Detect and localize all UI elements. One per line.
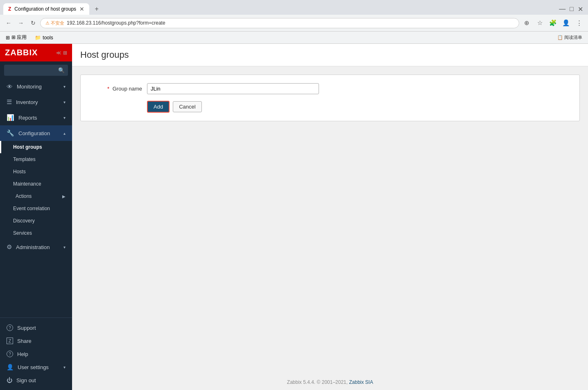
browser-chrome: Z Configuration of host groups ✕ + — □ ✕… — [0, 0, 588, 44]
reading-list-button[interactable]: 📋 阅读清单 — [555, 34, 585, 41]
search-icon: 🔍 — [58, 67, 65, 73]
tab-bar: Z Configuration of host groups ✕ + — □ ✕ — [0, 0, 588, 15]
actions-arrow: ▶ — [62, 194, 66, 199]
tab-favicon: Z — [8, 6, 11, 12]
minimize-button[interactable]: — — [557, 4, 567, 14]
configuration-icon: 🔧 — [7, 129, 14, 137]
host-groups-label: Host groups — [13, 144, 42, 150]
sidebar-item-share[interactable]: Z Share — [0, 334, 72, 347]
sidebar-item-sign-out[interactable]: ⏻ Sign out — [0, 374, 72, 387]
sidebar-item-event-correlation[interactable]: Event correlation — [0, 202, 72, 215]
search-input[interactable] — [7, 68, 56, 73]
menu-button[interactable]: ⋮ — [573, 17, 585, 29]
tab-title: Configuration of host groups — [14, 6, 76, 12]
sidebar-item-actions[interactable]: Actions ▶ — [0, 190, 72, 202]
administration-icon: ⚙ — [7, 243, 12, 251]
monitoring-arrow: ▾ — [63, 84, 66, 89]
address-bar[interactable]: ⚠ 不安全 192.168.23.116/hostgroups.php?form… — [40, 18, 519, 28]
sign-out-icon: ⏻ — [7, 377, 12, 383]
footer-text: Zabbix 5.4.4. © 2001–2021, — [287, 379, 348, 385]
grid-icon[interactable]: ⊞ — [63, 50, 67, 56]
monitoring-icon: 👁 — [7, 83, 13, 90]
security-warning: ⚠ 不安全 — [45, 20, 64, 26]
required-star: * — [107, 86, 109, 92]
app-container: ZABBIX ≪ ⊞ 🔍 👁 Monitoring ▾ ☰ Inventory — [0, 44, 588, 390]
nav-section: 👁 Monitoring ▾ ☰ Inventory ▾ 📊 Reports ▾… — [0, 79, 72, 317]
close-button[interactable]: ✕ — [576, 4, 585, 15]
new-tab-button[interactable]: + — [91, 3, 102, 15]
sidebar-item-help[interactable]: ? Help — [0, 347, 72, 361]
apps-label: ⊞ 应用 — [11, 34, 27, 41]
sign-out-label: Sign out — [16, 377, 36, 383]
reading-list-icon: 📋 — [557, 35, 563, 40]
page-footer: Zabbix 5.4.4. © 2001–2021, Zabbix SIA — [72, 374, 588, 390]
apps-icon: ⊞ — [6, 35, 10, 41]
tools-folder-bookmark[interactable]: 📁 tools — [32, 34, 55, 41]
profile-button[interactable]: 👤 — [560, 17, 572, 29]
browser-action-buttons: ⊕ ☆ 🧩 👤 ⋮ — [521, 17, 585, 29]
content-area: * Group name Add Cancel — [72, 66, 588, 374]
extensions-button[interactable]: 🧩 — [547, 17, 559, 29]
support-icon: ? — [7, 324, 13, 331]
sidebar-bottom: ? Support Z Share ? Help 👤 User settings… — [0, 317, 72, 390]
sidebar-item-inventory[interactable]: ☰ Inventory ▾ — [0, 94, 72, 110]
sidebar-item-label: Inventory — [16, 99, 38, 105]
page-title: Host groups — [80, 50, 580, 60]
maximize-button[interactable]: □ — [568, 4, 575, 14]
reports-arrow: ▾ — [63, 116, 66, 120]
sidebar-item-user-settings[interactable]: 👤 User settings ▾ — [0, 361, 72, 374]
sidebar-item-support[interactable]: ? Support — [0, 321, 72, 334]
sidebar-item-configuration[interactable]: 🔧 Configuration ▴ — [0, 125, 72, 141]
window-controls: — □ ✕ — [557, 4, 585, 15]
help-icon: ? — [7, 351, 13, 357]
inventory-arrow: ▾ — [63, 100, 66, 104]
sidebar-item-administration[interactable]: ⚙ Administration ▾ — [0, 239, 72, 255]
sidebar-item-monitoring[interactable]: 👁 Monitoring ▾ — [0, 79, 72, 94]
url-text: 192.168.23.116/hostgroups.php?form=creat… — [67, 20, 165, 26]
sidebar-item-label: Administration — [16, 244, 50, 250]
share-icon: Z — [7, 338, 13, 344]
back-button[interactable]: ← — [3, 18, 14, 28]
group-name-row: * Group name — [93, 83, 567, 94]
apps-bookmark[interactable]: ⊞ ⊞ 应用 — [3, 33, 29, 42]
sidebar-item-host-groups[interactable]: Host groups — [0, 141, 72, 153]
share-label: Share — [17, 338, 32, 344]
maintenance-label: Maintenance — [13, 181, 41, 187]
sidebar-item-hosts[interactable]: Hosts — [0, 166, 72, 178]
search-box[interactable]: 🔍 — [4, 65, 68, 76]
reports-icon: 📊 — [7, 114, 14, 121]
user-settings-icon: 👤 — [7, 364, 14, 370]
collapse-icon[interactable]: ≪ — [56, 50, 61, 56]
sidebar-item-reports[interactable]: 📊 Reports ▾ — [0, 110, 72, 125]
active-tab[interactable]: Z Configuration of host groups ✕ — [3, 3, 89, 15]
sidebar-item-label: Reports — [18, 115, 37, 121]
main-content: Host groups * Group name Add Cancel Zabb… — [72, 44, 588, 390]
group-name-input[interactable] — [147, 83, 319, 94]
discovery-label: Discovery — [13, 218, 35, 224]
support-label: Support — [17, 325, 36, 331]
group-name-label: * Group name — [93, 86, 142, 92]
sidebar-item-services[interactable]: Services — [0, 227, 72, 239]
bookmark-button[interactable]: ☆ — [534, 17, 545, 29]
logo-text: ZABBIX — [5, 48, 38, 57]
translate-button[interactable]: ⊕ — [521, 17, 532, 29]
forward-button[interactable]: → — [16, 18, 26, 28]
sidebar-item-discovery[interactable]: Discovery — [0, 215, 72, 227]
add-button[interactable]: Add — [147, 101, 170, 113]
tab-close-button[interactable]: ✕ — [79, 6, 84, 12]
configuration-arrow: ▴ — [63, 131, 66, 136]
sidebar-item-templates[interactable]: Templates — [0, 153, 72, 166]
bookmarks-bar: ⊞ ⊞ 应用 📁 tools 📋 阅读清单 — [0, 32, 588, 44]
cancel-button[interactable]: Cancel — [173, 101, 201, 112]
services-label: Services — [13, 230, 32, 236]
reload-button[interactable]: ↻ — [28, 18, 38, 28]
user-settings-label: User settings — [18, 364, 49, 370]
footer-link[interactable]: Zabbix SIA — [349, 379, 373, 385]
sidebar-item-maintenance[interactable]: Maintenance — [0, 178, 72, 190]
event-correlation-label: Event correlation — [13, 206, 50, 211]
logo-controls: ≪ ⊞ — [56, 50, 67, 56]
help-label: Help — [17, 351, 28, 357]
sidebar-item-label: Configuration — [18, 130, 50, 136]
form-card: * Group name Add Cancel — [80, 75, 580, 121]
folder-icon: 📁 — [35, 35, 41, 41]
